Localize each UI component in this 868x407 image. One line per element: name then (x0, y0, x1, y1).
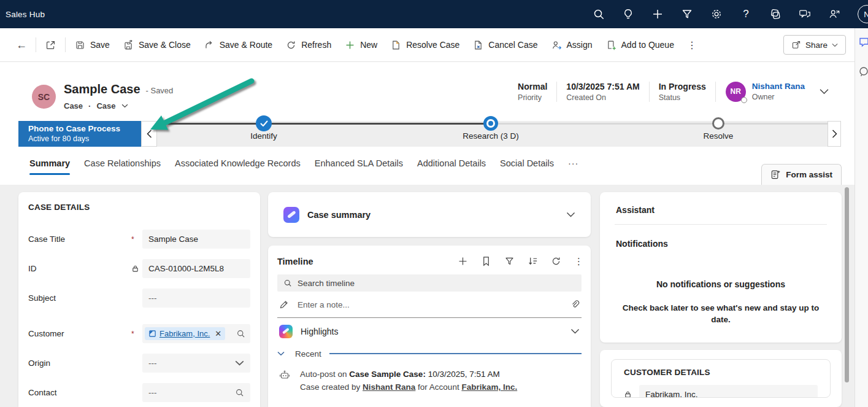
notifications-title: Notifications (616, 239, 826, 249)
case-title-input[interactable]: Sample Case (142, 230, 250, 249)
command-bar: ← Save Save & Close Save & Route Refresh… (0, 28, 855, 62)
form-selector[interactable]: Case (96, 101, 115, 110)
section-title: CASE DETAILS (28, 203, 250, 212)
record-avatar: SC (32, 85, 56, 109)
save-and-close-button[interactable]: Save & Close (117, 34, 198, 56)
note-input[interactable]: Enter a note... (277, 292, 582, 318)
required-marker: * (131, 235, 134, 244)
highlights-row[interactable]: Highlights (277, 318, 582, 344)
timeline-filter-icon[interactable] (504, 256, 515, 266)
tab-social-details[interactable]: Social Details (500, 158, 554, 175)
expand-chevron-icon[interactable] (570, 328, 580, 334)
tab-additional-details[interactable]: Additional Details (417, 158, 486, 175)
right-side-rail (855, 28, 868, 407)
help-icon[interactable]: ? (740, 8, 752, 20)
presence-dot (741, 97, 747, 103)
settings-gear-icon[interactable] (710, 8, 723, 20)
new-button[interactable]: New (338, 34, 384, 56)
rail-circle-icon[interactable] (858, 66, 868, 77)
save-and-route-button[interactable]: Save & Route (198, 34, 279, 56)
app-title: Sales Hub (6, 10, 45, 19)
status-field: In Progress Status (650, 82, 716, 102)
customer-link[interactable]: Fabrikam, Inc. (159, 329, 210, 338)
copilot-icon (283, 207, 299, 223)
save-button[interactable]: Save (68, 34, 117, 56)
vertical-scrollbar[interactable] (845, 187, 849, 382)
timeline-sort-icon[interactable] (528, 256, 538, 266)
assistant-title: Assistant (616, 205, 826, 215)
expand-chevron-icon[interactable] (566, 212, 575, 217)
add-to-queue-button[interactable]: Add to Queue (599, 34, 681, 56)
header-expand-chevron-icon[interactable] (820, 88, 829, 95)
user-avatar[interactable]: N (858, 5, 868, 23)
tab-overflow-button[interactable]: ··· (568, 158, 579, 175)
bpf-stage-research[interactable]: Research (3 D) (483, 121, 498, 131)
command-overflow-button[interactable]: ⋮ (681, 39, 703, 51)
bpf-active-stage-box[interactable]: Phone to Case Process Active for 80 days (18, 121, 141, 147)
customer-account-field[interactable]: Fabrikam, Inc. (639, 385, 818, 398)
case-details-section: CASE DETAILS Case Title * Sample Case ID… (18, 192, 260, 407)
quick-create-plus-icon[interactable] (651, 8, 664, 20)
chevron-down-icon[interactable] (235, 359, 244, 368)
account-link[interactable]: Fabrikam, Inc. (461, 382, 517, 392)
search-icon[interactable] (593, 8, 605, 20)
timeline-bookmark-icon[interactable] (481, 256, 491, 266)
subject-input[interactable]: --- (142, 289, 250, 308)
tab-summary[interactable]: Summary (29, 158, 70, 175)
empty-state-body: Check back later to see what's new and s… (616, 302, 826, 325)
share-button[interactable]: Share (783, 35, 846, 55)
section-title: CUSTOMER DETAILS (624, 368, 818, 377)
assign-button[interactable]: Assign (545, 34, 599, 56)
created-on-field: 10/3/2025 7:51 AM Created On (557, 82, 649, 102)
lookup-search-icon[interactable] (236, 329, 245, 338)
form-assist-icon (770, 169, 781, 180)
tab-enhanced-sla-details[interactable]: Enhanced SLA Details (315, 158, 403, 175)
owner-name-link[interactable]: Nishant Rana (752, 82, 805, 91)
timeline-refresh-icon[interactable] (551, 256, 561, 266)
required-marker: * (131, 330, 134, 338)
empty-state-title: No notifications or suggestions (616, 279, 826, 289)
owner-link[interactable]: Nishant Rana (363, 382, 415, 392)
refresh-button[interactable]: Refresh (279, 34, 338, 56)
business-process-flow: Phone to Case Process Active for 80 days… (0, 120, 855, 147)
case-summary-card: Case summary (268, 192, 591, 237)
timeline-search-input[interactable]: Search timeline (277, 274, 582, 292)
cancel-case-button[interactable]: Cancel Case (466, 34, 544, 56)
contact-lookup[interactable]: --- (142, 383, 250, 402)
bpf-stage-resolve[interactable]: Resolve (712, 121, 724, 130)
collapse-chevron-icon[interactable] (277, 351, 285, 356)
id-input[interactable]: CAS-01000-L2M5L8 (142, 259, 250, 278)
timeline-add-icon[interactable] (458, 256, 468, 266)
owner-avatar[interactable]: NR (726, 82, 746, 102)
tab-case-relationships[interactable]: Case Relationships (84, 158, 161, 175)
copilot-icon[interactable] (769, 8, 782, 20)
chevron-down-icon[interactable] (121, 104, 128, 108)
back-button[interactable]: ← (10, 34, 33, 56)
copilot-highlights-icon (279, 325, 293, 338)
owner-field: NR Nishant Rana Owner (716, 82, 811, 102)
rail-pane-icon[interactable] (858, 37, 868, 48)
record-header: SC Sample Case - Saved Case · Case Norma… (0, 63, 855, 120)
resolve-case-button[interactable]: Resolve Case (384, 34, 466, 56)
remove-customer-icon[interactable]: ✕ (215, 330, 221, 338)
customer-lookup[interactable]: Fabrikam, Inc. ✕ (142, 324, 250, 343)
customer-chip[interactable]: Fabrikam, Inc. ✕ (145, 327, 225, 340)
origin-dropdown[interactable]: --- (142, 354, 250, 373)
customer-details-card: CUSTOMER DETAILS Fabrikam, Inc. (600, 350, 842, 407)
bpf-collapse-button[interactable] (141, 121, 157, 147)
popout-button[interactable] (39, 34, 63, 56)
bpf-stage-identify[interactable]: Identify (256, 121, 272, 131)
filter-icon[interactable] (681, 8, 693, 20)
tab-associated-knowledge-records[interactable]: Associated Knowledge Records (175, 158, 301, 175)
form-assist-button[interactable]: Form assist (761, 164, 842, 185)
divider (65, 37, 66, 52)
user-presence-icon[interactable] (828, 8, 840, 20)
attachment-icon[interactable] (570, 300, 580, 310)
feedback-chat-icon[interactable] (799, 8, 811, 20)
bpf-next-stage-button[interactable] (828, 121, 841, 147)
lock-icon (624, 390, 632, 398)
timeline-more-icon[interactable]: ⋮ (574, 256, 582, 266)
bpf-stage-track: Identify Research (3 D) Resolve (157, 121, 828, 147)
lightbulb-icon[interactable] (622, 8, 634, 20)
lookup-search-icon[interactable] (235, 388, 244, 397)
